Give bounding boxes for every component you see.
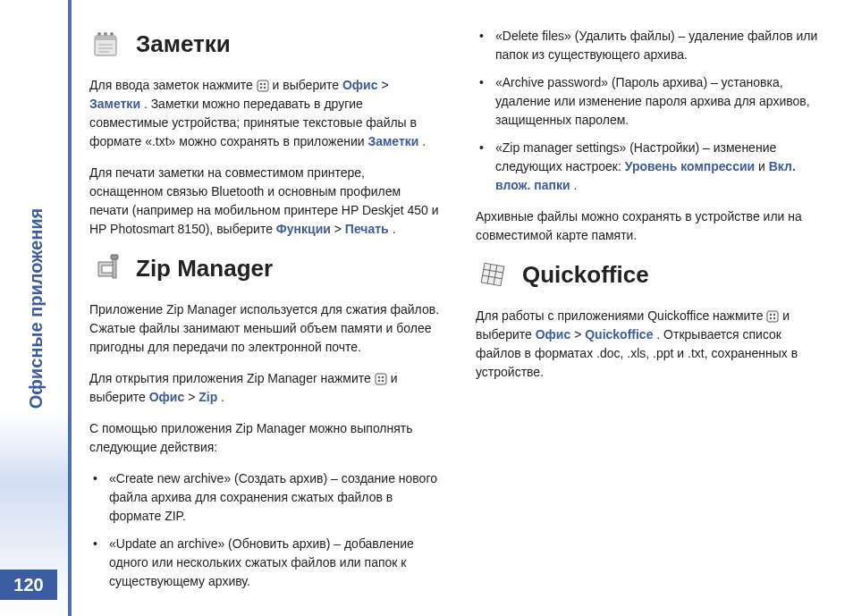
quickoffice-icon [476,257,510,291]
menu-key-icon [375,373,387,385]
text: Для работы с приложениями Quickoffice на… [476,308,766,323]
link-quickoffice: Quickoffice [585,327,653,342]
link-notes: Заметки [367,134,418,148]
svg-rect-20 [481,263,503,285]
sidebar-category-label: Офисные приложения [26,207,46,408]
text: . [573,178,577,192]
svg-rect-25 [767,311,778,322]
zip-title: Zip Manager [136,251,273,286]
list-item: «Zip manager settings» (Настройки) – изм… [476,139,826,195]
svg-point-4 [110,32,114,36]
svg-point-16 [378,376,380,378]
svg-rect-8 [258,80,268,91]
link-functions: Функции [276,222,331,236]
svg-point-27 [773,314,775,316]
section-heading-quickoffice: Quickoffice [476,257,826,292]
text: > [334,222,345,236]
quickoffice-title: Quickoffice [522,257,649,292]
quickoffice-paragraph-1: Для работы с приложениями Quickoffice на… [476,307,826,382]
notes-paragraph-2: Для печати заметки на совместимом принте… [89,164,440,239]
svg-point-3 [104,32,107,36]
link-office: Офис [342,78,378,92]
main-content: Заметки Для ввода заметок нажмите и выбе… [72,0,853,616]
link-compression-level: Уровень компрессии [625,159,755,173]
list-item: «Update an archive» (Обновить архив) – д… [89,535,440,591]
svg-point-18 [378,380,380,382]
svg-point-11 [259,87,261,89]
svg-point-26 [770,314,772,316]
notes-icon [89,27,123,61]
link-office: Офис [536,327,571,342]
zip-paragraph-3: С помощью приложения Zip Manager можно в… [89,419,440,457]
svg-rect-1 [95,36,116,40]
zip-paragraph-4: Архивные файлы можно сохранять в устройс… [476,207,826,245]
link-zip: Zip [198,390,217,404]
text: . [221,390,224,404]
text: > [188,390,198,404]
menu-key-icon [257,80,269,92]
page-number: 120 [0,570,57,600]
svg-point-9 [259,83,261,85]
text: и выберите [273,78,342,92]
svg-rect-13 [113,258,116,278]
list-item: «Delete files» (Удалить файлы) – удалени… [476,27,826,64]
notes-title: Заметки [136,27,231,62]
text: Для открытия приложения Zip Manager нажм… [89,371,375,385]
svg-point-10 [263,83,265,85]
svg-point-19 [382,380,384,382]
text: и [758,159,769,173]
text: . [422,134,426,148]
svg-point-28 [770,317,772,319]
zip-paragraph-1: Приложение Zip Manager используется для … [89,300,440,357]
svg-rect-15 [376,374,386,384]
link-office: Офис [149,390,185,404]
text: > [381,78,388,92]
list-item: «Create new archive» (Создать архив) – с… [89,469,440,526]
svg-point-12 [263,87,265,89]
svg-rect-14 [111,255,118,259]
sidebar-rail: Офисные приложения 120 [0,0,72,616]
text: > [574,327,585,342]
zip-clamp-icon [89,251,123,285]
menu-key-icon [766,310,779,323]
svg-point-2 [97,32,101,36]
link-print: Печать [345,222,389,236]
text: Для ввода заметок нажмите [89,78,257,92]
link-notes: Заметки [89,97,140,111]
section-heading-zip: Zip Manager [89,251,440,286]
svg-point-17 [382,376,384,378]
page: Офисные приложения 120 Заметки Для ввода… [0,0,853,616]
list-item: «Archive password» (Пароль архива) – уст… [476,73,826,130]
section-heading-notes: Заметки [89,27,440,62]
text: . [393,222,396,236]
zip-paragraph-2: Для открытия приложения Zip Manager нажм… [89,369,440,407]
notes-paragraph-1: Для ввода заметок нажмите и выберите Офи… [89,76,440,151]
svg-point-29 [773,317,775,319]
